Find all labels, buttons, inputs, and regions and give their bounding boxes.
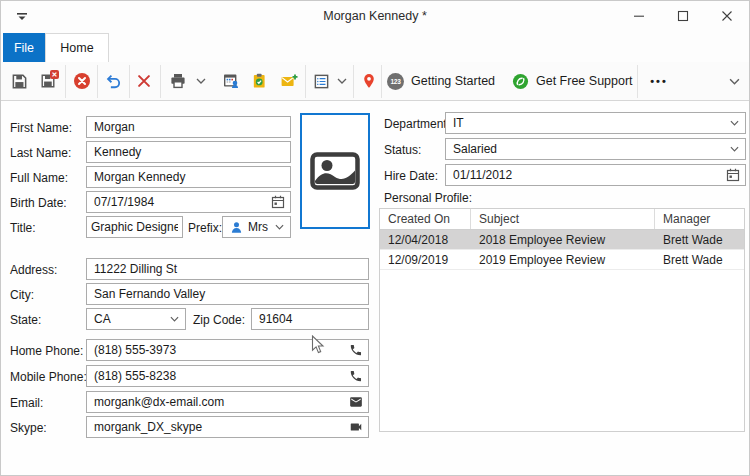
personal-profile-grid: Created On Subject Manager 12/04/2018 20… [379, 208, 745, 432]
mobile-phone-label: Mobile Phone: [10, 370, 87, 384]
grid-cell-created-on: 12/09/2019 [380, 250, 471, 269]
save-icon [11, 73, 28, 90]
delete-button[interactable] [132, 68, 156, 94]
chevron-down-icon [170, 316, 179, 322]
red-x-badge: ✕ [50, 70, 59, 79]
get-free-support-label: Get Free Support [536, 74, 633, 88]
state-label: State: [10, 313, 41, 327]
image-placeholder-icon [310, 152, 360, 190]
title-input[interactable] [86, 216, 183, 238]
tasks-button[interactable] [247, 68, 271, 94]
toolbar-separator [65, 65, 66, 98]
clipboard-check-icon [251, 72, 268, 90]
address-input[interactable] [86, 258, 369, 280]
full-name-input[interactable] [86, 166, 291, 188]
grid-cell-manager: Brett Wade [655, 250, 744, 269]
toolbar-separator [305, 65, 306, 98]
chevron-down-icon [730, 146, 739, 152]
email-input[interactable] [86, 391, 369, 413]
mobile-phone-input[interactable] [86, 365, 369, 387]
tab-file[interactable]: File [3, 33, 45, 62]
skype-input[interactable] [86, 416, 369, 438]
chevron-down-icon [275, 224, 284, 230]
grid-header-manager[interactable]: Manager [655, 209, 744, 229]
state-combo[interactable]: CA [86, 308, 186, 330]
devexpress-support-icon [512, 73, 529, 90]
person-icon [230, 221, 243, 234]
getting-started-label: Getting Started [411, 74, 495, 88]
toolbar-separator [129, 65, 130, 98]
status-value: Salaried [453, 142, 497, 156]
home-phone-input[interactable] [86, 339, 369, 361]
full-name-label: Full Name: [10, 171, 68, 185]
birth-date-input[interactable] [86, 191, 291, 213]
chevron-down-icon [730, 120, 739, 126]
first-name-label: First Name: [10, 121, 72, 135]
ribbon-tab-row: File Home [1, 31, 749, 62]
maximize-icon [677, 10, 689, 22]
list-view-button[interactable] [309, 68, 333, 94]
ribbon-toolbar: ✕ [1, 62, 749, 101]
list-view-dropdown-chevron[interactable] [335, 74, 349, 88]
map-button[interactable] [357, 68, 381, 94]
personal-profile-label: Personal Profile: [384, 191, 472, 205]
meetings-calendar-button[interactable] [219, 68, 243, 94]
prefix-label: Prefix: [188, 221, 222, 235]
tab-home[interactable]: Home [45, 33, 109, 62]
toolbar-separator [637, 65, 638, 98]
toolbar-overflow-button[interactable]: ••• [644, 68, 674, 94]
state-value: CA [94, 312, 111, 326]
department-label: Department: [384, 117, 450, 131]
list-icon [313, 73, 330, 90]
grid-cell-subject: 2019 Employee Review [471, 250, 655, 269]
first-name-input[interactable] [86, 116, 291, 138]
employee-photo-placeholder[interactable] [300, 113, 370, 229]
grid-header-created-on[interactable]: Created On [380, 209, 471, 229]
home-phone-label: Home Phone: [10, 344, 83, 358]
calendar-user-icon [222, 72, 240, 90]
save-button[interactable] [7, 68, 31, 94]
undo-button[interactable] [101, 68, 125, 94]
cancel-button[interactable] [70, 68, 94, 94]
birth-date-label: Birth Date: [10, 196, 67, 210]
save-and-close-button[interactable]: ✕ [36, 68, 60, 94]
hire-date-input[interactable] [445, 164, 746, 186]
grid-cell-subject: 2018 Employee Review [471, 230, 655, 249]
last-name-label: Last Name: [10, 146, 71, 160]
chevron-down-icon [337, 78, 347, 84]
ribbon-collapse-chevron[interactable] [727, 74, 741, 88]
last-name-input[interactable] [86, 141, 291, 163]
undo-icon [105, 73, 122, 90]
123-badge-icon: 123 [387, 73, 404, 90]
send-mail-button[interactable] [277, 68, 301, 94]
close-icon [721, 10, 733, 22]
getting-started-button[interactable]: 123 Getting Started [387, 68, 495, 94]
city-input[interactable] [86, 283, 369, 305]
maximize-button[interactable] [661, 1, 705, 31]
email-label: Email: [10, 396, 43, 410]
address-label: Address: [10, 263, 57, 277]
grid-row[interactable]: 12/09/2019 2019 Employee Review Brett Wa… [380, 250, 744, 270]
department-combo[interactable]: IT [445, 112, 746, 134]
toolbar-separator [381, 65, 382, 98]
close-button[interactable] [705, 1, 749, 31]
status-combo[interactable]: Salaried [445, 138, 746, 160]
delete-icon [136, 73, 152, 89]
city-label: City: [10, 288, 34, 302]
print-button[interactable] [166, 68, 190, 94]
toolbar-separator [97, 65, 98, 98]
save-and-close-icon: ✕ [40, 73, 56, 89]
grid-cell-created-on: 12/04/2018 [380, 230, 471, 249]
get-free-support-button[interactable]: Get Free Support [512, 68, 633, 94]
print-dropdown-chevron[interactable] [194, 74, 208, 88]
prefix-combo[interactable]: Mrs [222, 216, 291, 238]
grid-header-subject[interactable]: Subject [471, 209, 655, 229]
zip-code-label: Zip Code: [193, 313, 245, 327]
cancel-icon [73, 72, 91, 90]
grid-row-selected[interactable]: 12/04/2018 2018 Employee Review Brett Wa… [380, 230, 744, 250]
employee-form: First Name: Last Name: Full Name: Birth … [1, 101, 750, 476]
minimize-button[interactable] [617, 1, 661, 31]
printer-icon [169, 72, 187, 90]
toolbar-separator [353, 65, 354, 98]
zip-code-input[interactable] [251, 308, 369, 330]
